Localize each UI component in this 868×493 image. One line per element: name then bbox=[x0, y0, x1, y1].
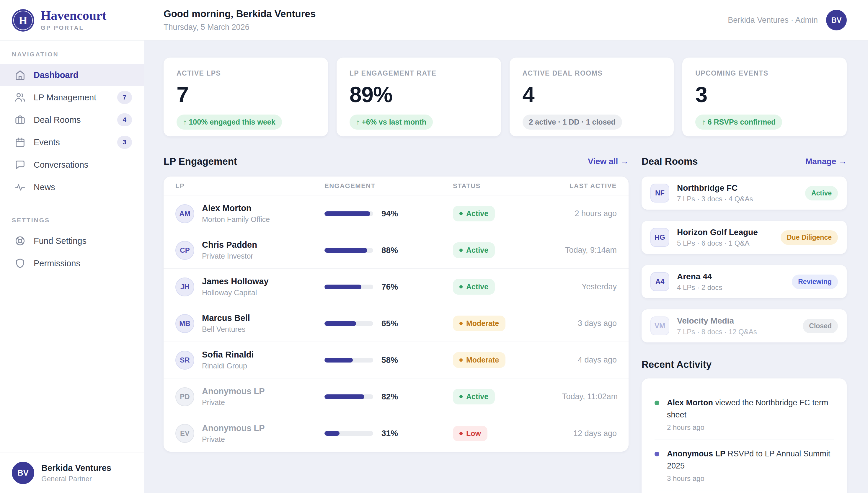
table-row[interactable]: MB Marcus Bell Bell Ventures 65% Moderat… bbox=[164, 305, 629, 342]
table-row[interactable]: EV Anonymous LP Private 31% Low 12 days … bbox=[164, 415, 629, 452]
sidebar-item-news[interactable]: News bbox=[0, 176, 144, 198]
nav-section-label: NAVIGATION bbox=[12, 51, 144, 58]
deal-room-status-badge: Reviewing bbox=[792, 275, 838, 289]
sidebar-nav: NAVIGATION Dashboard LP Management 7 Dea… bbox=[0, 41, 144, 275]
sidebar-item-label: Conversations bbox=[34, 160, 88, 170]
last-active: Yesterday bbox=[562, 282, 617, 292]
lp-org: Private bbox=[202, 435, 265, 444]
status-badge: Active bbox=[453, 242, 495, 258]
settings-section-label: SETTINGS bbox=[12, 217, 144, 224]
status-badge: Active bbox=[453, 279, 495, 295]
lp-org: Morton Family Office bbox=[202, 215, 270, 224]
sidebar-item-label: News bbox=[34, 183, 55, 192]
recent-activity-panel: Alex Morton viewed the Northbridge FC te… bbox=[642, 379, 847, 493]
lp-engagement-table: LP ENGAGEMENT STATUS LAST ACTIVE AM Alex… bbox=[164, 176, 629, 452]
status-badge: Moderate bbox=[453, 352, 505, 368]
engagement-bar bbox=[324, 431, 373, 436]
sidebar-item-label: Deal Rooms bbox=[34, 115, 81, 125]
engagement-bar bbox=[324, 394, 373, 399]
stat-label: UPCOMING EVENTS bbox=[695, 69, 834, 77]
activity-dot-icon bbox=[654, 452, 659, 456]
deal-room-name: Horizon Golf League bbox=[677, 228, 758, 237]
header-avatar[interactable]: BV bbox=[826, 10, 847, 30]
table-row[interactable]: AM Alex Morton Morton Family Office 94% … bbox=[164, 195, 629, 232]
briefcase-icon bbox=[14, 114, 26, 126]
last-active: 2 hours ago bbox=[562, 209, 617, 218]
deal-rooms-title: Deal Rooms bbox=[642, 156, 698, 167]
sidebar-item-fund-settings[interactable]: Fund Settings bbox=[0, 230, 144, 252]
stat-trend-badge: ↑ 6 RSVPs confirmed bbox=[695, 114, 782, 130]
lp-name: Anonymous LP bbox=[202, 423, 265, 433]
activity-time: 3 hours ago bbox=[667, 474, 834, 483]
activity-actor: Anonymous LP bbox=[667, 449, 725, 458]
events-count-badge: 3 bbox=[117, 136, 132, 149]
lp-management-count-badge: 7 bbox=[117, 91, 132, 104]
stat-trend-badge: ↑ +6% vs last month bbox=[350, 114, 433, 130]
deal-room-card[interactable]: VM Velocity Media 7 LPs · 8 docs · 12 Q&… bbox=[642, 309, 847, 342]
sidebar-item-deal-rooms[interactable]: Deal Rooms 4 bbox=[0, 109, 144, 131]
lp-name: James Holloway bbox=[202, 277, 269, 286]
table-row[interactable]: SR Sofia Rinaldi Rinaldi Group 58% Moder… bbox=[164, 342, 629, 379]
stat-trend-badge: 2 active · 1 DD · 1 closed bbox=[523, 114, 622, 130]
status-dot-icon bbox=[459, 358, 463, 362]
account-label: Berkida Ventures · Admin bbox=[728, 16, 818, 25]
brand-logo-icon: H bbox=[12, 9, 34, 31]
last-active: 12 days ago bbox=[562, 429, 617, 438]
engagement-value: 88% bbox=[382, 245, 398, 255]
deal-room-name: Northbridge FC bbox=[677, 183, 753, 193]
lp-org: Private Investor bbox=[202, 252, 257, 260]
table-row[interactable]: CP Chris Padden Private Investor 88% Act… bbox=[164, 232, 629, 269]
stat-value: 89% bbox=[350, 83, 488, 106]
deal-room-name: Arena 44 bbox=[677, 272, 722, 281]
status-dot-icon bbox=[459, 432, 463, 435]
brand: H Havencourt GP PORTAL bbox=[0, 0, 144, 41]
table-row[interactable]: PD Anonymous LP Private 82% Active Today… bbox=[164, 379, 629, 415]
brand-subtitle: GP PORTAL bbox=[41, 24, 106, 31]
engagement-value: 31% bbox=[382, 429, 398, 438]
avatar: MB bbox=[175, 314, 194, 333]
sidebar-item-events[interactable]: Events 3 bbox=[0, 131, 144, 153]
deal-room-card[interactable]: A4 Arena 44 4 LPs · 2 docs Reviewing bbox=[642, 265, 847, 298]
lp-engagement-section: LP Engagement View all → LP ENGAGEMENT S… bbox=[164, 155, 629, 493]
sidebar-item-permissions[interactable]: Permissions bbox=[0, 252, 144, 275]
avatar: AM bbox=[175, 204, 194, 223]
engagement-value: 58% bbox=[382, 356, 398, 365]
engagement-bar bbox=[324, 211, 373, 216]
sidebar-item-conversations[interactable]: Conversations bbox=[0, 153, 144, 176]
engagement-value: 76% bbox=[382, 282, 398, 292]
column-header-last-active: LAST ACTIVE bbox=[562, 182, 617, 190]
home-icon bbox=[14, 69, 26, 81]
shield-icon bbox=[14, 257, 26, 269]
stat-card-engagement-rate: LP ENGAGEMENT RATE 89% ↑ +6% vs last mon… bbox=[337, 58, 501, 136]
view-all-link[interactable]: View all → bbox=[588, 157, 629, 166]
last-active: 3 days ago bbox=[562, 319, 617, 328]
stat-trend-badge: ↑ 100% engaged this week bbox=[177, 114, 282, 130]
status-dot-icon bbox=[459, 285, 463, 288]
sidebar-user-profile[interactable]: BV Berkida Ventures General Partner bbox=[0, 453, 144, 493]
column-header-lp: LP bbox=[175, 182, 324, 190]
activity-item: Anonymous LP RSVPd to LP Annual Summit 2… bbox=[654, 440, 834, 491]
stat-label: LP ENGAGEMENT RATE bbox=[350, 69, 488, 77]
stats-row: ACTIVE LPS 7 ↑ 100% engaged this week LP… bbox=[164, 58, 847, 136]
deal-room-status-badge: Closed bbox=[803, 319, 838, 333]
table-row[interactable]: JH James Holloway Holloway Capital 76% A… bbox=[164, 269, 629, 305]
activity-item: Alex Morton viewed the Northbridge FC te… bbox=[654, 397, 834, 440]
column-header-status: STATUS bbox=[453, 182, 562, 190]
sidebar-item-lp-management[interactable]: LP Management 7 bbox=[0, 86, 144, 109]
stat-card-deal-rooms: ACTIVE DEAL ROOMS 4 2 active · 1 DD · 1 … bbox=[509, 58, 674, 136]
sidebar-item-dashboard[interactable]: Dashboard bbox=[0, 64, 144, 86]
deal-room-avatar: NF bbox=[650, 184, 669, 202]
stat-card-upcoming-events: UPCOMING EVENTS 3 ↑ 6 RSVPs confirmed bbox=[682, 58, 847, 136]
manage-link[interactable]: Manage → bbox=[805, 157, 847, 166]
column-header-engagement: ENGAGEMENT bbox=[324, 182, 453, 190]
deal-room-name: Velocity Media bbox=[677, 316, 757, 326]
calendar-icon bbox=[14, 136, 26, 148]
avatar: CP bbox=[175, 241, 194, 260]
stat-value: 7 bbox=[177, 83, 315, 106]
sidebar: H Havencourt GP PORTAL NAVIGATION Dashbo… bbox=[0, 0, 144, 493]
table-header-row: LP ENGAGEMENT STATUS LAST ACTIVE bbox=[164, 176, 629, 195]
lp-org: Bell Ventures bbox=[202, 325, 250, 334]
deal-room-card[interactable]: HG Horizon Golf League 5 LPs · 6 docs · … bbox=[642, 221, 847, 254]
deal-room-card[interactable]: NF Northbridge FC 7 LPs · 3 docs · 4 Q&A… bbox=[642, 176, 847, 210]
stat-card-active-lps: ACTIVE LPS 7 ↑ 100% engaged this week bbox=[164, 58, 328, 136]
